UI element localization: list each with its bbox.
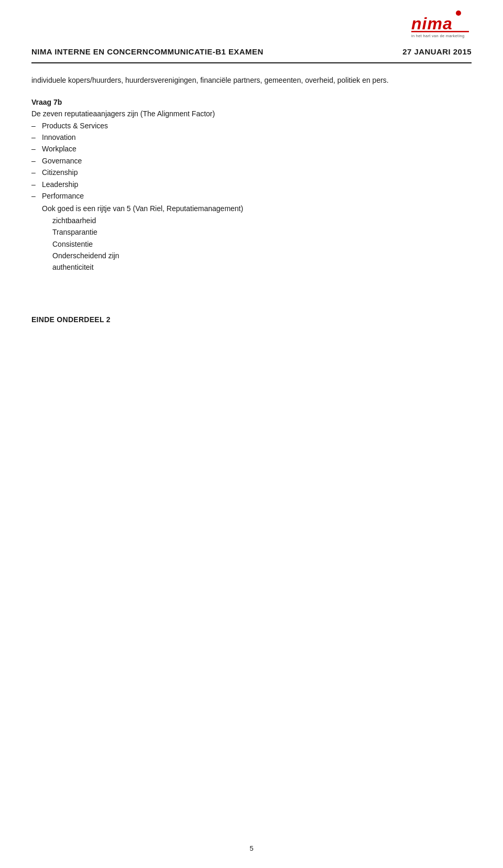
list-item: Citizenship bbox=[31, 167, 472, 178]
list-item: Governance bbox=[31, 155, 472, 167]
extra-items-list: zichtbaarheid Transparantie Consistentie… bbox=[52, 215, 472, 273]
question-id: Vraag 7b bbox=[31, 98, 472, 106]
nima-logo: nima in het hart van de marketing bbox=[406, 9, 474, 38]
extra-item: Onderscheidend zijn bbox=[52, 250, 472, 261]
list-item: Products & Services bbox=[31, 120, 472, 131]
logo-area: nima in het hart van de marketing bbox=[406, 9, 474, 38]
reputation-list: Products & Services Innovation Workplace… bbox=[31, 120, 472, 202]
svg-rect-2 bbox=[411, 31, 469, 32]
question-subtitle: De zeven reputatieaanjagers zijn (The Al… bbox=[31, 109, 472, 118]
svg-text:nima: nima bbox=[411, 14, 453, 33]
svg-text:in het hart van de marketing: in het hart van de marketing bbox=[411, 34, 464, 38]
extra-item: Transparantie bbox=[52, 226, 472, 238]
page-number: 5 bbox=[249, 844, 253, 852]
einde-label: EINDE ONDERDEEL 2 bbox=[31, 315, 111, 324]
exam-title: NIMA INTERNE EN CONCERNCOMMUNICATIE-B1 E… bbox=[31, 47, 264, 56]
list-item: Leadership bbox=[31, 179, 472, 190]
extra-item: Consistentie bbox=[52, 238, 472, 250]
extra-label: Ook goed is een rijtje van 5 (Van Riel, … bbox=[42, 204, 243, 213]
page-header: NIMA INTERNE EN CONCERNCOMMUNICATIE-B1 E… bbox=[31, 16, 472, 63]
intro-text: individuele kopers/huurders, huurdersver… bbox=[31, 75, 472, 86]
list-item: Workplace bbox=[31, 143, 472, 155]
svg-point-0 bbox=[456, 10, 461, 16]
exam-date: 27 JANUARI 2015 bbox=[402, 47, 472, 56]
extra-item: zichtbaarheid bbox=[52, 215, 472, 226]
page: nima in het hart van de marketing NIMA I… bbox=[0, 0, 503, 868]
footer-section: EINDE ONDERDEEL 2 bbox=[31, 315, 472, 324]
extra-item: authenticiteit bbox=[52, 261, 472, 273]
list-item: Innovation bbox=[31, 131, 472, 143]
list-item: Performance bbox=[31, 190, 472, 202]
question-block: Vraag 7b De zeven reputatieaanjagers zij… bbox=[31, 98, 472, 273]
